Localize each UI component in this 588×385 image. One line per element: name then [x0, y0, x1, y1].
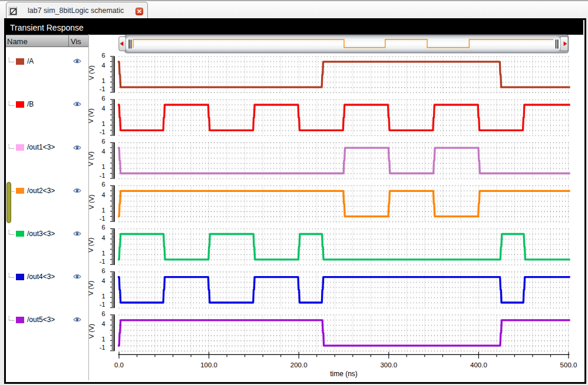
- svg-text:V (V): V (V): [88, 194, 95, 209]
- svg-text:V (V): V (V): [88, 65, 95, 80]
- svg-text:V (V): V (V): [88, 324, 95, 338]
- svg-text:300.0: 300.0: [380, 361, 397, 369]
- svg-text:6: 6: [101, 138, 105, 145]
- svg-text:V (V): V (V): [88, 238, 95, 253]
- svg-text:-1: -1: [100, 301, 105, 308]
- svg-text:4: 4: [101, 320, 105, 327]
- svg-text:6: 6: [101, 310, 105, 317]
- svg-text:500.0: 500.0: [560, 361, 577, 369]
- svg-text:6: 6: [101, 181, 105, 188]
- svg-text:-1: -1: [100, 344, 105, 351]
- svg-text:4: 4: [101, 234, 105, 241]
- svg-text:1: 1: [101, 77, 105, 84]
- svg-text:200.0: 200.0: [290, 361, 308, 369]
- svg-text:time (ns): time (ns): [330, 370, 358, 378]
- svg-text:-1: -1: [100, 128, 105, 135]
- svg-text:V (V): V (V): [88, 281, 95, 296]
- svg-text:-1: -1: [100, 215, 105, 222]
- svg-text:V (V): V (V): [88, 151, 95, 166]
- svg-text:6: 6: [101, 95, 105, 102]
- svg-text:-1: -1: [100, 172, 105, 179]
- svg-text:1: 1: [101, 336, 105, 343]
- svg-text:-1: -1: [100, 258, 105, 265]
- svg-text:6: 6: [101, 224, 105, 231]
- svg-text:0.0: 0.0: [114, 361, 124, 369]
- svg-text:4: 4: [101, 62, 105, 69]
- svg-text:100.0: 100.0: [200, 361, 217, 369]
- svg-text:6: 6: [101, 52, 105, 59]
- svg-text:4: 4: [101, 148, 105, 155]
- svg-text:4: 4: [101, 105, 105, 112]
- svg-text:400.0: 400.0: [470, 361, 487, 369]
- svg-text:1: 1: [101, 207, 105, 214]
- svg-text:1: 1: [101, 250, 105, 257]
- svg-text:1: 1: [101, 163, 105, 170]
- svg-text:4: 4: [101, 191, 105, 198]
- svg-text:4: 4: [101, 277, 105, 284]
- svg-text:6: 6: [101, 267, 105, 274]
- svg-text:1: 1: [101, 293, 105, 300]
- svg-text:-1: -1: [100, 85, 105, 92]
- svg-text:V (V): V (V): [88, 108, 95, 123]
- svg-text:1: 1: [101, 120, 105, 127]
